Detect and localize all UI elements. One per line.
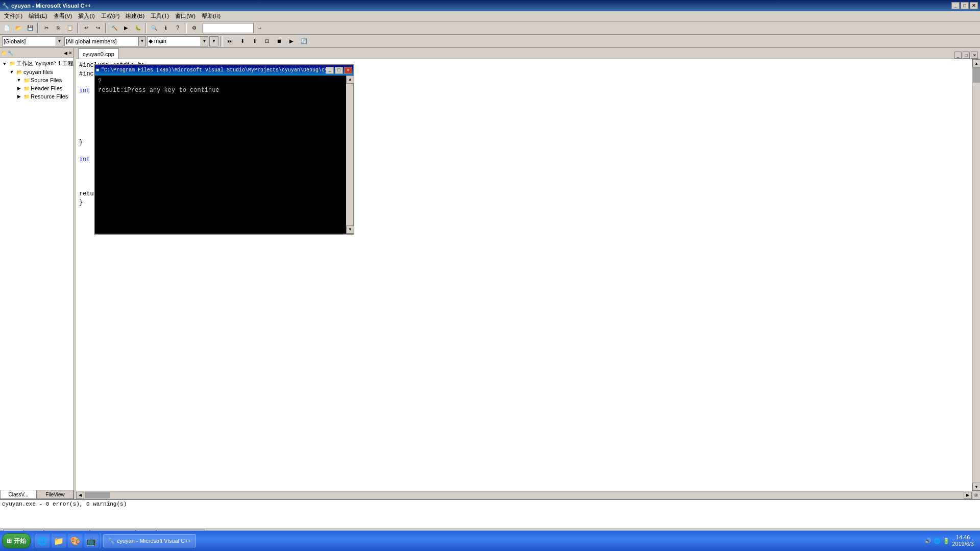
project-expander[interactable]: ▼ [8,68,15,76]
menu-bar: 文件(F) 编辑(E) 查看(V) 插入(I) 工程(P) 组建(B) 工具(T… [0,11,980,21]
console-minimize[interactable]: _ [326,67,334,74]
h-scroll-thumb[interactable] [85,492,110,498]
console-close[interactable]: ✕ [344,67,352,74]
editor-scroll-left[interactable]: ◀ [76,492,84,499]
toolbar-2: [Globals] ▼ [All global members] ▼ ◆ mai… [0,35,980,48]
editor-scrollbar-v[interactable]: ▲ ▼ [972,59,980,491]
taskbar-icon-paint[interactable]: 🎨 [68,534,82,548]
info-button[interactable]: ℹ [160,22,172,34]
tree-header-files[interactable]: ▶ 📁 Header Files [1,84,72,92]
build-button[interactable]: 🔨 [109,22,120,34]
taskbar-icon-media[interactable]: 📺 [84,534,99,548]
run-debug-button[interactable]: ▶ [286,36,297,47]
source-expander[interactable]: ▼ [15,77,22,84]
members-combo[interactable]: [All global members] ▼ [64,36,146,46]
minimize-button[interactable]: _ [951,2,960,9]
taskbar-icon-explorer[interactable]: 📁 [52,534,66,548]
maximize-button[interactable]: □ [961,2,969,9]
workspace-icon: 📁 [8,60,16,67]
tab-ctrl-maximize[interactable]: □ [963,52,970,59]
combo-extra-arrow[interactable]: ▼ [209,36,218,46]
undo-button[interactable]: ↩ [81,22,92,34]
title-bar: 🔧 cyuyan - Microsoft Visual C++ _ □ ✕ [0,0,980,11]
function-arrow[interactable]: ▼ [201,37,208,46]
open-button[interactable]: 📂 [13,22,24,34]
console-scroll-down[interactable]: ▼ [346,226,354,234]
menu-project[interactable]: 工程(P) [98,11,123,21]
menu-tools[interactable]: 工具(T) [148,11,172,21]
tab-ctrl-minimize[interactable]: _ [954,52,962,59]
title-bar-controls: _ □ ✕ [951,2,978,9]
workspace-expander[interactable]: ▼ [1,60,8,67]
tree-view: ▼ 📁 工作区 'cyuyan': 1 工程 ▼ 📂 cyuyan files … [0,58,74,102]
resource-expander[interactable]: ▶ [15,93,22,100]
editor-tab-cyuyan[interactable]: cyuyan0.cpp [78,48,119,59]
console-maximize[interactable]: □ [335,67,343,74]
console-scroll-track[interactable] [346,84,353,226]
filter-go-button[interactable]: → [254,22,265,34]
stop-debug-button[interactable]: ⏹ [274,36,285,47]
tray-icon-2: 🌐 [934,538,941,544]
tree-source-files[interactable]: ▼ 📁 Source Files [1,76,72,84]
filter-dropdown[interactable] [203,23,254,33]
code-editor[interactable]: #include <stdio.h> #include <math.h> int… [76,59,972,491]
classview-tab[interactable]: ClassV... [0,490,37,499]
globals-combo[interactable]: [Globals] ▼ [2,36,63,46]
menu-build[interactable]: 组建(B) [122,11,148,21]
tree-project[interactable]: ▼ 📂 cyuyan files [1,68,72,76]
main-area: cyuyan0.cpp _ □ ✕ #include <stdio.h> #in… [76,48,980,499]
debug-button[interactable]: 🐛 [132,22,143,34]
sidebar-close-icon[interactable]: ✕ [68,51,72,56]
console-scroll-up[interactable]: ▲ [346,76,354,84]
close-button[interactable]: ✕ [970,2,978,9]
step-out-button[interactable]: ⬆ [249,36,260,47]
tree-resource-files[interactable]: ▶ 📁 Resource Files [1,92,72,101]
copy-button[interactable]: ⎘ [53,22,64,34]
tab-ctrl-close[interactable]: ✕ [971,52,978,59]
globals-arrow[interactable]: ▼ [56,37,63,46]
editor-scroll-thumb[interactable] [973,67,980,83]
separator-1 [37,23,39,33]
new-file-button[interactable]: 📄 [1,22,12,34]
editor-scroll-down[interactable]: ▼ [972,483,980,491]
breakpoint-button[interactable]: ⊡ [261,36,273,47]
step-over-button[interactable]: ⏭ [225,36,236,47]
editor-scroll-right[interactable]: ▶ [964,492,972,499]
app-icon: 🔧 [2,3,9,9]
help-button[interactable]: ? [172,22,183,34]
start-button[interactable]: ⊞ 开始 [2,533,31,548]
tree-workspace[interactable]: ▼ 📁 工作区 'cyuyan': 1 工程 [1,59,72,68]
function-combo[interactable]: ◆ main ▼ [147,36,208,46]
sidebar-collapse-icon[interactable]: ◀ [64,51,67,56]
members-arrow[interactable]: ▼ [138,37,145,46]
taskbar-vcpp-label: cyuyan - Microsoft Visual C++ [117,538,191,544]
source-files-label: Source Files [31,77,62,83]
system-tray: 🔊 🌐 🔋 14:46 2019/6/3 [924,534,978,547]
editor-scroll-up[interactable]: ▲ [972,59,980,67]
clock-time: 14:46 [952,534,974,541]
search-button[interactable]: 🔍 [149,22,160,34]
menu-insert[interactable]: 插入(I) [75,11,97,21]
extra-button[interactable]: ⚙ [188,22,200,34]
menu-edit[interactable]: 编辑(E) [26,11,51,21]
paste-button[interactable]: 📋 [64,22,76,34]
clock: 14:46 2019/6/3 [952,534,974,547]
save-button[interactable]: 💾 [24,22,36,34]
menu-view[interactable]: 查看(V) [51,11,76,21]
restart-button[interactable]: 🔄 [298,36,309,47]
redo-button[interactable]: ↪ [92,22,104,34]
header-expander[interactable]: ▶ [15,85,22,92]
step-into-button[interactable]: ⬇ [237,36,248,47]
taskbar-icon-ie[interactable]: 🌐 [35,534,50,548]
menu-file[interactable]: 文件(F) [1,11,26,21]
resource-folder-icon: 📁 [22,93,31,100]
separator-3 [105,23,107,33]
menu-help[interactable]: 帮助(H) [199,11,224,21]
run-button[interactable]: ▶ [120,22,132,34]
console-scrollbar[interactable]: ▲ ▼ [346,76,353,234]
taskbar-vcpp-item[interactable]: 🔧 cyuyan - Microsoft Visual C++ [103,534,196,547]
fileview-tab[interactable]: FileView [37,490,74,499]
menu-window[interactable]: 窗口(W) [172,11,199,21]
cut-button[interactable]: ✂ [41,22,52,34]
sidebar-header: 📁 🔧 ◀ ✕ [0,48,74,58]
